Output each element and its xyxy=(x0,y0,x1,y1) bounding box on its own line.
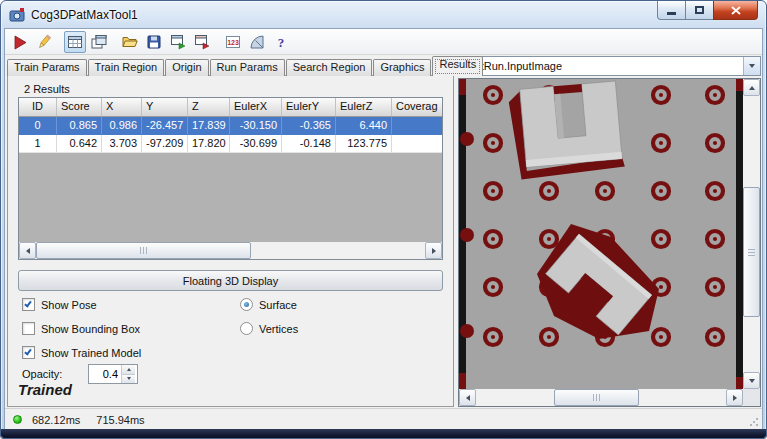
results-count: 2 Results xyxy=(24,83,70,95)
floating-3d-display-button[interactable]: Floating 3D Display xyxy=(18,270,443,291)
cell-x: 0.986 xyxy=(102,117,142,135)
opacity-stepper xyxy=(88,364,138,384)
cell-eulery: -0.365 xyxy=(282,117,336,135)
scrollbar-corner xyxy=(743,389,760,406)
scroll-down-button[interactable] xyxy=(743,372,760,389)
column-header-eulery[interactable]: EulerY xyxy=(282,98,336,116)
image-horizontal-scrollbar[interactable] xyxy=(459,389,743,406)
column-header-score[interactable]: Score xyxy=(57,98,102,116)
show-trained-model-checkbox[interactable]: Show Trained Model xyxy=(22,345,141,360)
minimize-button[interactable] xyxy=(657,1,686,20)
numeric-label: 123 xyxy=(227,39,239,46)
cell-id: 0 xyxy=(19,117,57,135)
caption-buttons xyxy=(657,1,758,20)
trained-status: Trained xyxy=(18,381,72,398)
window-title: Cog3DPatMaxTool1 xyxy=(31,8,138,22)
column-header-y[interactable]: Y xyxy=(142,98,188,116)
column-header-eulerz[interactable]: EulerZ xyxy=(336,98,392,116)
column-header-coverage[interactable]: Coverag xyxy=(392,98,442,116)
cell-score: 0.865 xyxy=(57,117,102,135)
cell-eulerx: -30.699 xyxy=(230,135,282,153)
app-icon xyxy=(9,7,25,23)
cell-eulerz: 6.440 xyxy=(336,117,392,135)
cell-eulery: -0.148 xyxy=(282,135,336,153)
title-bar[interactable]: Cog3DPatMaxTool1 xyxy=(1,1,766,29)
radio-label: Surface xyxy=(259,299,297,311)
measure-icon[interactable] xyxy=(246,31,268,53)
checkbox-label: Show Bounding Box xyxy=(41,323,140,335)
checkbox-box xyxy=(22,298,35,311)
image-display xyxy=(458,78,761,407)
opacity-decrement-button[interactable] xyxy=(122,375,135,384)
save-file-icon[interactable] xyxy=(143,31,165,53)
grid-horizontal-scrollbar[interactable] xyxy=(19,242,442,259)
tab-search-region[interactable]: Search Region xyxy=(286,59,373,76)
toolbar: 123 ? xyxy=(5,29,762,55)
image-display-icon[interactable] xyxy=(64,31,86,53)
opacity-increment-button[interactable] xyxy=(122,365,135,375)
radio-circle xyxy=(240,322,253,335)
tool-edit-window: Cog3DPatMaxTool1 xyxy=(0,0,767,439)
cell-score: 0.642 xyxy=(57,135,102,153)
column-header-x[interactable]: X xyxy=(102,98,142,116)
tab-strip: Train Params Train Region Origin Run Par… xyxy=(7,57,484,76)
scroll-right-button[interactable] xyxy=(425,242,442,259)
scroll-up-button[interactable] xyxy=(743,79,760,96)
numeric-display-icon[interactable]: 123 xyxy=(222,31,244,53)
current-record-icon[interactable] xyxy=(167,31,189,53)
column-header-z[interactable]: Z xyxy=(188,98,230,116)
tab-run-params[interactable]: Run Params xyxy=(210,59,285,76)
vertices-radio[interactable]: Vertices xyxy=(240,321,298,336)
checkbox-label: Show Trained Model xyxy=(41,347,141,359)
result-row-1[interactable]: 1 0.642 3.703 -97.209 17.820 -30.699 -0.… xyxy=(19,135,442,153)
help-icon[interactable]: ? xyxy=(270,31,292,53)
run-icon[interactable] xyxy=(9,31,31,53)
results-tab-page: 2 Results ID Score X Y Z EulerX EulerY E… xyxy=(7,75,454,407)
radio-circle xyxy=(240,298,253,311)
cell-eulerx: -30.150 xyxy=(230,117,282,135)
status-indicator-icon xyxy=(13,415,22,424)
cell-y: -26.457 xyxy=(142,117,188,135)
image-vertical-scrollbar[interactable] xyxy=(743,79,760,389)
cell-z: 17.820 xyxy=(188,135,230,153)
image-hscrollbar-thumb[interactable] xyxy=(554,389,639,406)
floating-display-icon[interactable] xyxy=(88,31,110,53)
column-header-eulerx[interactable]: EulerX xyxy=(230,98,282,116)
radio-label: Vertices xyxy=(259,323,298,335)
checkbox-label: Show Pose xyxy=(41,299,97,311)
image-selector-dropdown-button[interactable] xyxy=(743,57,760,75)
show-pose-checkbox[interactable]: Show Pose xyxy=(22,297,97,312)
checkbox-box xyxy=(22,322,35,335)
scroll-left-button[interactable] xyxy=(459,389,476,406)
input-image-canvas[interactable] xyxy=(459,79,743,389)
resize-grip[interactable] xyxy=(748,416,760,428)
last-run-record-icon[interactable] xyxy=(191,31,213,53)
minimize-icon xyxy=(667,12,676,15)
tab-graphics[interactable]: Graphics xyxy=(373,59,431,76)
show-bounding-box-checkbox[interactable]: Show Bounding Box xyxy=(22,321,140,336)
grid-scrollbar-thumb[interactable] xyxy=(36,242,251,259)
result-row-0[interactable]: 0 0.865 0.986 -26.457 17.839 -30.150 -0.… xyxy=(19,117,442,135)
surface-radio[interactable]: Surface xyxy=(240,297,297,312)
help-glyph: ? xyxy=(278,35,285,50)
close-button[interactable] xyxy=(713,1,758,20)
image-selector-combobox[interactable]: LastRun.InputImage xyxy=(458,56,761,76)
window-bottom-frame xyxy=(1,429,766,438)
tab-origin[interactable]: Origin xyxy=(165,59,208,76)
tab-train-params[interactable]: Train Params xyxy=(7,59,87,76)
scroll-left-button[interactable] xyxy=(19,242,36,259)
results-grid-header: ID Score X Y Z EulerX EulerY EulerZ Cove… xyxy=(19,98,442,117)
opacity-input[interactable] xyxy=(89,365,121,383)
column-header-id[interactable]: ID xyxy=(19,98,57,116)
tab-train-region[interactable]: Train Region xyxy=(88,59,165,76)
cell-coverage xyxy=(392,135,442,153)
electric-run-icon[interactable] xyxy=(33,31,55,53)
cell-y: -97.209 xyxy=(142,135,188,153)
maximize-icon xyxy=(695,6,704,14)
maximize-button[interactable] xyxy=(686,1,713,20)
scroll-right-button[interactable] xyxy=(726,389,743,406)
status-bar: 682.12ms 715.94ms xyxy=(5,408,762,430)
tab-results[interactable]: Results xyxy=(432,56,483,76)
image-vscrollbar-thumb[interactable] xyxy=(743,187,760,317)
open-file-icon[interactable] xyxy=(119,31,141,53)
